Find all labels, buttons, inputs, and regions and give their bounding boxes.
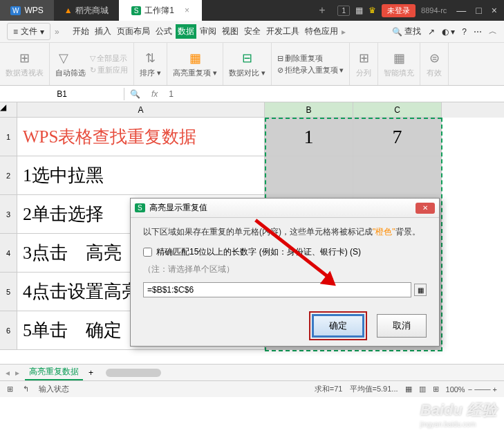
highlight-duplicates-dialog: S 高亮显示重复值 ✕ 以下区域如果存在重复的单元格(内容)，这些单元格将被标记… [130, 198, 440, 347]
more-icon[interactable]: ⋯ [474, 27, 482, 37]
col-header-c[interactable]: C [353, 102, 442, 118]
menu-start[interactable]: 开始 [71, 24, 91, 39]
view-normal-icon[interactable]: ▦ [405, 385, 412, 394]
menu-devtools[interactable]: 开发工具 [264, 24, 301, 39]
tool-validity: ⊜有效 [420, 43, 449, 85]
sheet-tab-bar: ◂ ▸ 高亮重复数据 + [0, 364, 504, 380]
dialog-note: （注：请选择单个区域） [143, 264, 427, 275]
range-input[interactable] [143, 282, 411, 297]
row-header[interactable]: 1 [0, 118, 17, 156]
fx-label[interactable]: fx [146, 89, 163, 99]
dialog-description: 以下区域如果存在重复的单元格(内容)，这些单元格将被标记成"橙色"背景。 [143, 226, 427, 238]
range-picker-icon[interactable]: ▦ [414, 284, 427, 296]
menu-insert[interactable]: 插入 [93, 24, 113, 39]
horizontal-scrollbar[interactable] [106, 369, 492, 377]
view-break-icon[interactable]: ⊞ [433, 385, 439, 394]
version-label: 8894-rc [421, 6, 447, 15]
add-sheet-button[interactable]: + [88, 368, 93, 378]
file-menu[interactable]: ≡ 文件 ▾ [7, 23, 50, 40]
col-header-b[interactable]: B [265, 102, 353, 118]
precise-match-checkbox[interactable]: 精确匹配15位以上的长数字 (例如：身份证、银行卡) (S) [143, 246, 427, 258]
status-avg: 平均值=5.91... [350, 384, 398, 394]
sheets-icon: S [131, 6, 142, 15]
crown-icon[interactable]: ♛ [368, 6, 376, 15]
dialog-titlebar[interactable]: S 高亮显示重复值 ✕ [131, 199, 439, 218]
dialog-title-text: 高亮显示重复值 [149, 202, 207, 214]
status-sum: 求和=71 [315, 384, 343, 394]
col-header-a[interactable]: A [17, 102, 265, 118]
tool-compare[interactable]: ⊟数据对比 ▾ [223, 43, 272, 85]
menu-view[interactable]: 视图 [220, 24, 241, 39]
name-box[interactable]: B1 [0, 88, 124, 100]
menu-layout[interactable]: 页面布局 [115, 24, 152, 39]
dialog-close-button[interactable]: ✕ [416, 203, 435, 214]
maximize-icon[interactable]: □ [476, 5, 481, 16]
row-header[interactable]: 6 [0, 311, 17, 350]
statusbar: ⊞ ↰ 输入状态 求和=71 平均值=5.91... ▦ ▥ ⊞ 100% − … [0, 380, 504, 397]
view-page-icon[interactable]: ▥ [419, 385, 426, 394]
tab-docker-store[interactable]: ▲稻壳商城 [54, 0, 119, 21]
table-row: 1WPS表格查找重复数据17 [0, 118, 504, 156]
close-tab-icon[interactable]: × [185, 6, 189, 15]
minimize-icon[interactable]: — [456, 5, 466, 16]
tool-highlight-dup[interactable]: ▦高亮重复项 ▾ [167, 43, 223, 85]
tool-filter-group[interactable]: ▽自动筛选 ▽ 全部显示 ↻ 重新应用 [50, 43, 134, 85]
cell[interactable]: 1 [265, 118, 353, 156]
collapse-ribbon-icon[interactable]: ︿ [489, 26, 497, 37]
menu-formula[interactable]: 公式 [153, 24, 174, 39]
row-header[interactable]: 5 [0, 273, 17, 311]
escape-icon[interactable]: ↰ [23, 385, 29, 394]
input-status: 输入状态 [39, 384, 69, 394]
menu-review[interactable]: 审阅 [198, 24, 218, 39]
settings-dropdown[interactable]: ◐ ▾ [442, 27, 455, 37]
sheet-tab[interactable]: 高亮重复数据 [25, 365, 83, 380]
cell[interactable]: WPS表格查找重复数据 [17, 118, 265, 156]
menu-security[interactable]: 安全 [242, 24, 263, 39]
cancel-button[interactable]: 取消 [377, 314, 427, 338]
ribbon-toolbar: ⊞数据透视表 ▽自动筛选 ▽ 全部显示 ↻ 重新应用 ⇅排序 ▾ ▦高亮重复项 … [0, 43, 504, 86]
ok-button[interactable]: 确定 [312, 314, 364, 338]
close-window-icon[interactable]: × [492, 5, 497, 16]
tool-smartfill: ▦智能填充 [378, 43, 420, 85]
formula-bar: B1 🔍 fx 1 [0, 86, 504, 102]
tool-split: ⊞分列 [350, 43, 378, 85]
select-all-corner[interactable]: ◢ [0, 102, 17, 118]
menu-data[interactable]: 数据 [176, 24, 196, 39]
zoom-icon[interactable]: 🔍 [130, 89, 140, 99]
menubar: ≡ 文件 ▾ » 开始 插入 页面布局 公式 数据 审阅 视图 安全 开发工具 … [0, 21, 504, 43]
watermark: Baidu 经验 jingyan.baidu.com [420, 400, 497, 428]
flame-icon: ▲ [64, 6, 73, 15]
zoom-control[interactable]: 100% − ─── + [446, 385, 497, 394]
page-setup-icon[interactable]: ⊞ [7, 385, 13, 394]
search-button[interactable]: 🔍 查找 [392, 26, 421, 37]
tool-dup-group[interactable]: ⊟ 删除重复项 ⊘ 拒绝录入重复项 ▾ [272, 43, 350, 85]
tab-workbook[interactable]: S工作簿1× [119, 0, 202, 21]
table-row: 21选中拉黑 [0, 156, 504, 195]
help-icon[interactable]: ? [462, 27, 467, 37]
share-icon[interactable]: ↗ [428, 27, 435, 37]
sheet-nav-prev[interactable]: ▸ [15, 368, 19, 378]
login-button[interactable]: 未登录 [382, 4, 416, 17]
cell[interactable]: 7 [353, 118, 442, 156]
grid-icon[interactable]: ▦ [355, 6, 363, 15]
menu-special[interactable]: 特色应用 [303, 24, 340, 39]
row-header[interactable]: 4 [0, 234, 17, 273]
sheet-nav-first[interactable]: ◂ [6, 368, 10, 378]
cell[interactable] [265, 156, 353, 195]
row-header[interactable]: 2 [0, 156, 17, 195]
formula-input[interactable]: 1 [163, 89, 179, 99]
tool-sort[interactable]: ⇅排序 ▾ [134, 43, 167, 85]
tab-wps[interactable]: WWPS [0, 0, 54, 21]
cell[interactable]: 1选中拉黑 [17, 156, 265, 195]
new-tab-button[interactable]: + [312, 4, 332, 17]
tool-pivot: ⊞数据透视表 [0, 43, 50, 85]
cell[interactable] [353, 156, 442, 195]
sheets-icon: S [135, 203, 145, 212]
row-header[interactable]: 3 [0, 195, 17, 234]
titlebar: WWPS ▲稻壳商城 S工作簿1× + 1 ▦ ♛ 未登录 8894-rc — … [0, 0, 504, 21]
badge[interactable]: 1 [337, 6, 350, 16]
